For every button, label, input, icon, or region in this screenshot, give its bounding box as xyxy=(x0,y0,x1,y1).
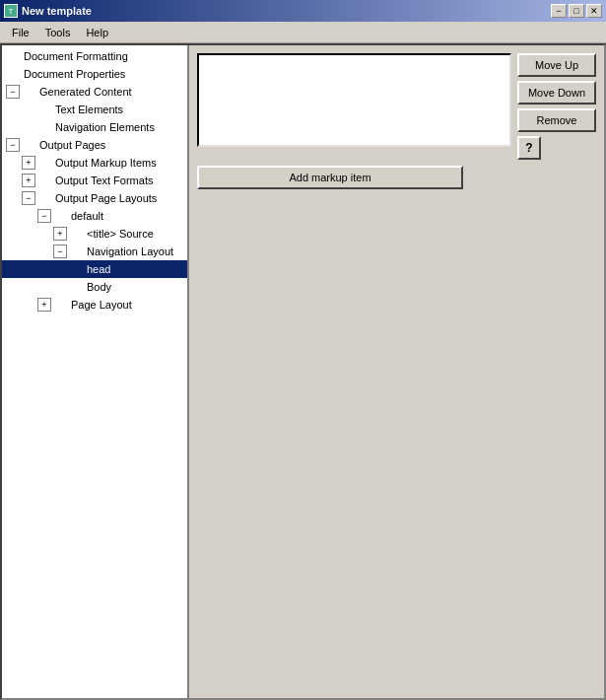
markup-list-box[interactable] xyxy=(197,53,511,147)
head-icon xyxy=(69,262,85,276)
output-page-layouts-icon xyxy=(37,191,53,205)
output-page-layouts-expander[interactable]: − xyxy=(22,191,35,205)
title-source-label: <title> Source xyxy=(87,228,154,240)
help-button[interactable]: ? xyxy=(517,136,541,160)
output-page-layouts-label: Output Page Layouts xyxy=(55,192,157,204)
window-content: Document Formatting Document Properties … xyxy=(0,43,606,700)
right-top-section: Move Up Move Down Remove ? xyxy=(197,53,596,160)
generated-content-expander[interactable]: − xyxy=(6,85,20,99)
move-down-button[interactable]: Move Down xyxy=(517,81,596,105)
tree-item-text-elements[interactable]: Text Elements xyxy=(2,101,187,118)
tree-item-body[interactable]: Body xyxy=(2,278,187,296)
text-elements-label: Text Elements xyxy=(55,104,123,115)
tree-item-default[interactable]: − default xyxy=(2,207,187,225)
title-source-icon xyxy=(69,227,85,241)
generated-content-label: Generated Content xyxy=(39,86,132,98)
title-bar-left: T New template xyxy=(4,4,92,18)
output-markup-expander[interactable]: + xyxy=(22,156,35,170)
tree-item-title-source[interactable]: + <title> Source xyxy=(2,225,187,243)
doc-properties-label: Document Properties xyxy=(24,68,125,80)
output-pages-expander[interactable]: − xyxy=(6,138,20,152)
page-layout-label: Page Layout xyxy=(71,299,132,311)
app-icon: T xyxy=(4,4,18,18)
tree-item-head[interactable]: head xyxy=(2,260,187,278)
close-button[interactable]: ✕ xyxy=(586,4,602,18)
tree-item-generated-content[interactable]: − Generated Content xyxy=(2,83,187,101)
output-markup-label: Output Markup Items xyxy=(55,157,157,169)
title-bar: T New template − □ ✕ xyxy=(0,0,606,22)
default-icon xyxy=(53,209,69,223)
menu-file[interactable]: File xyxy=(4,25,37,40)
body-label: Body xyxy=(87,281,111,293)
body-icon xyxy=(69,280,85,294)
tree-item-output-page-layouts[interactable]: − Output Page Layouts xyxy=(2,189,187,207)
menu-bar: File Tools Help xyxy=(0,22,606,43)
add-markup-button[interactable]: Add markup item xyxy=(197,166,463,189)
doc-formatting-icon xyxy=(6,49,22,63)
head-label: head xyxy=(87,263,110,275)
tree-item-output-markup-items[interactable]: + Output Markup Items xyxy=(2,154,187,172)
tree-item-output-text-formats[interactable]: + Output Text Formats xyxy=(2,172,187,189)
right-panel: Move Up Move Down Remove ? Add markup it… xyxy=(189,45,604,698)
doc-formatting-label: Document Formatting xyxy=(24,50,128,62)
tree-item-output-pages[interactable]: − Output Pages xyxy=(2,136,187,154)
nav-elements-label: Navigation Elements xyxy=(55,121,155,133)
output-pages-icon xyxy=(22,138,37,152)
page-layout-icon xyxy=(53,298,69,312)
remove-button[interactable]: Remove xyxy=(517,108,596,132)
menu-help[interactable]: Help xyxy=(78,25,116,40)
right-bottom-section: Add markup item xyxy=(197,166,596,189)
title-bar-controls: − □ ✕ xyxy=(551,4,602,18)
nav-elements-icon xyxy=(37,120,53,134)
default-expander[interactable]: − xyxy=(37,209,51,223)
menu-tools[interactable]: Tools xyxy=(37,25,79,40)
output-pages-label: Output Pages xyxy=(39,139,105,151)
output-text-icon xyxy=(37,174,53,187)
nav-layout-label: Navigation Layout xyxy=(87,245,173,257)
tree-item-doc-properties[interactable]: Document Properties xyxy=(2,65,187,83)
tree-item-doc-formatting[interactable]: Document Formatting xyxy=(2,47,187,65)
output-text-expander[interactable]: + xyxy=(22,174,35,187)
nav-layout-icon xyxy=(69,245,85,258)
tree-panel: Document Formatting Document Properties … xyxy=(2,45,189,698)
text-elements-icon xyxy=(37,103,53,116)
default-label: default xyxy=(71,210,103,222)
nav-layout-expander[interactable]: − xyxy=(53,245,67,258)
tree-item-nav-layout[interactable]: − Navigation Layout xyxy=(2,243,187,260)
maximize-button[interactable]: □ xyxy=(569,4,584,18)
output-text-label: Output Text Formats xyxy=(55,175,153,186)
window-title: New template xyxy=(22,5,92,17)
title-source-expander[interactable]: + xyxy=(53,227,67,241)
generated-content-icon xyxy=(22,85,37,99)
action-buttons: Move Up Move Down Remove ? xyxy=(517,53,596,160)
minimize-button[interactable]: − xyxy=(551,4,567,18)
doc-properties-icon xyxy=(6,67,22,81)
tree-item-page-layout[interactable]: + Page Layout xyxy=(2,296,187,314)
output-markup-icon xyxy=(37,156,53,170)
tree-item-nav-elements[interactable]: Navigation Elements xyxy=(2,118,187,136)
move-up-button[interactable]: Move Up xyxy=(517,53,596,77)
page-layout-expander[interactable]: + xyxy=(37,298,51,312)
